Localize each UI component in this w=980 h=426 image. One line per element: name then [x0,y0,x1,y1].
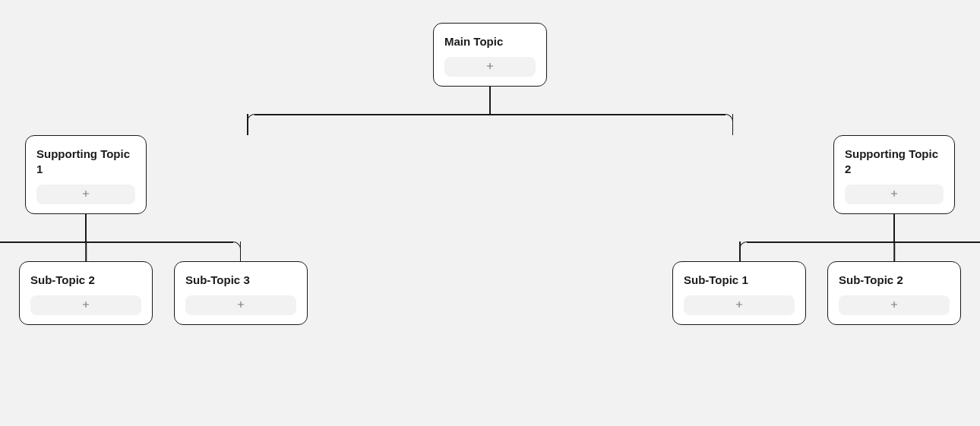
sub-topics-row-2: Sub-Topic 1 Sub-Topic 2 [672,261,980,325]
supporting-topic-2-group: Supporting Topic 2 Sub-To [672,135,980,325]
add-child-button[interactable] [185,295,296,315]
plus-icon [734,299,744,312]
sub-topic-node: Sub-Topic 3 [174,261,308,325]
sub-topic-title: Sub-Topic 1 [684,273,795,288]
connector-drops [739,243,980,261]
connector-vertical [85,214,87,241]
supporting-topic-1-group: Supporting Topic 1 [0,135,308,325]
sub-topic-node: Sub-Topic 2 [19,261,153,325]
root-node-title: Main Topic [444,34,536,49]
add-child-button[interactable] [839,295,950,315]
connector-drops [0,243,241,261]
supporting-topics-row: Supporting Topic 1 [0,135,980,325]
add-child-button[interactable] [684,295,795,315]
supporting-topic-2-node: Supporting Topic 2 [833,135,955,215]
sub-topic-title: Sub-Topic 2 [839,273,950,288]
plus-icon [236,299,246,312]
mind-map-diagram: Main Topic Supporting Topic 1 [0,23,980,325]
connector-vertical [893,214,895,241]
sub-topics-row-1: Sub-Topic 1 Sub-Topic 2 [0,261,308,325]
add-child-button[interactable] [845,185,944,204]
supporting-topic-2-title: Supporting Topic 2 [845,147,944,178]
supporting-topic-1-node: Supporting Topic 1 [25,135,147,215]
plus-icon [889,188,899,201]
sub-topic-node: Sub-Topic 1 [672,261,806,325]
connector-vertical [489,87,491,114]
connector-drops [247,115,733,135]
plus-icon [485,61,495,74]
root-node: Main Topic [433,23,547,87]
plus-icon [81,299,91,312]
add-child-button[interactable] [444,57,536,77]
sub-topic-title: Sub-Topic 3 [185,273,296,288]
supporting-topic-1-title: Supporting Topic 1 [36,147,135,178]
sub-topic-title: Sub-Topic 2 [30,273,141,288]
plus-icon [81,188,91,201]
add-child-button[interactable] [36,185,135,204]
plus-icon [889,299,899,312]
sub-topic-node: Sub-Topic 2 [827,261,961,325]
add-child-button[interactable] [30,295,141,315]
